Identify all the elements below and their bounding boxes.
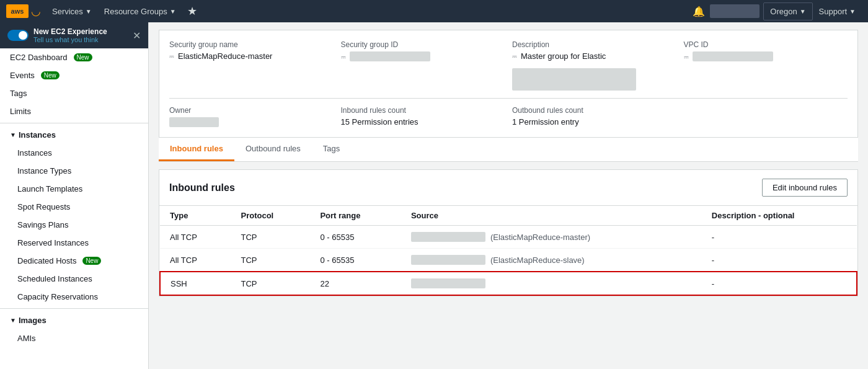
copy-icon-sg-name[interactable]: ⎓ xyxy=(169,51,174,61)
sidebar-item-reserved-instances[interactable]: Reserved Instances xyxy=(0,234,148,252)
services-nav-button[interactable]: Services ▼ xyxy=(46,3,98,20)
security-group-detail-card: Security group name ⎓ ElasticMapReduce-m… xyxy=(159,30,858,138)
sidebar-label-ec2-dashboard: EC2 Dashboard xyxy=(10,53,68,62)
edit-inbound-rules-button[interactable]: Edit inbound rules xyxy=(762,179,848,197)
description-value: ⎓ Master group for Elastic xyxy=(512,51,676,61)
inbound-rules-count-value: 15 Permission entries xyxy=(341,117,505,127)
sidebar-label-amis: AMIs xyxy=(17,334,36,343)
row1-protocol: TCP xyxy=(231,226,311,249)
sidebar-item-ec2-dashboard[interactable]: EC2 Dashboard New xyxy=(0,48,148,66)
table-row: All TCP TCP 0 - 65535 (ElasticMapReduce-… xyxy=(160,249,857,272)
sidebar-label-instances: Instances xyxy=(17,148,52,158)
security-group-name-section: Security group name ⎓ ElasticMapReduce-m… xyxy=(169,40,334,91)
copy-icon-vpc-id[interactable]: ⎓ xyxy=(684,52,689,61)
pin-icon[interactable]: ★ xyxy=(182,2,202,20)
row1-port-range: 0 - 65535 xyxy=(310,226,401,249)
owner-section: Owner xyxy=(169,106,334,127)
bell-icon[interactable]: 🔔 xyxy=(688,3,710,20)
tab-inbound-rules[interactable]: Inbound rules xyxy=(159,138,234,161)
security-group-name-text: ElasticMapReduce-master xyxy=(178,51,272,61)
region-selector[interactable]: Oregon ▼ xyxy=(763,2,812,20)
sidebar-item-capacity-reservations[interactable]: Capacity Reservations xyxy=(0,288,148,306)
sidebar-item-dedicated-hosts[interactable]: Dedicated Hosts New xyxy=(0,252,148,270)
sidebar-label-savings-plans: Savings Plans xyxy=(17,220,68,229)
sidebar-item-instance-types[interactable]: Instance Types xyxy=(0,162,148,180)
new-badge-ec2-dashboard: New xyxy=(74,53,92,61)
sidebar-label-tags: Tags xyxy=(10,89,27,98)
row2-protocol: TCP xyxy=(231,249,311,272)
col-header-source: Source xyxy=(401,206,702,226)
sidebar-item-tags[interactable]: Tags xyxy=(0,84,148,102)
sidebar-divider-2 xyxy=(0,308,148,309)
new-ec2-label: New EC2 Experience xyxy=(33,27,107,36)
sidebar-section-images-label: Images xyxy=(19,316,46,325)
sidebar-item-spot-requests[interactable]: Spot Requests xyxy=(0,198,148,216)
detail-grid-row1: Security group name ⎓ ElasticMapReduce-m… xyxy=(169,40,848,91)
account-selector[interactable] xyxy=(710,4,760,18)
support-nav-button[interactable]: Support ▼ xyxy=(813,3,862,20)
security-group-name-value: ⎓ ElasticMapReduce-master xyxy=(169,51,334,61)
sidebar-item-launch-templates[interactable]: Launch Templates xyxy=(0,180,148,198)
tab-tags[interactable]: Tags xyxy=(312,138,351,161)
detail-empty-cell xyxy=(684,106,848,127)
row3-port-range: 22 xyxy=(310,272,401,295)
inbound-rules-count-label: Inbound rules count xyxy=(341,106,505,115)
sidebar-label-limits: Limits xyxy=(10,107,31,116)
inbound-rules-count-text: 15 Permission entries xyxy=(341,117,418,127)
sidebar-section-instances-label: Instances xyxy=(19,130,56,140)
outbound-rules-count-section: Outbound rules count 1 Permission entry xyxy=(512,106,676,127)
inbound-rules-table-header: Inbound rules Edit inbound rules xyxy=(159,170,857,206)
sidebar-item-limits[interactable]: Limits xyxy=(0,102,148,120)
sidebar-label-capacity-reservations: Capacity Reservations xyxy=(17,292,98,301)
row1-source-redacted xyxy=(411,232,485,242)
new-ec2-toggle[interactable] xyxy=(7,30,29,41)
images-section-arrow-icon: ▼ xyxy=(10,317,16,324)
vpc-id-value: ⎓ xyxy=(684,51,848,61)
services-arrow-icon: ▼ xyxy=(86,8,92,15)
outbound-rules-count-text: 1 Permission entry xyxy=(512,117,579,127)
sidebar-item-instances[interactable]: Instances xyxy=(0,144,148,162)
security-group-id-section: Security group ID ⎓ xyxy=(341,40,505,91)
vpc-id-section: VPC ID ⎓ xyxy=(684,40,848,91)
outbound-rules-count-label: Outbound rules count xyxy=(512,106,676,115)
inbound-rules-table: Type Protocol Port range Source Descript… xyxy=(159,206,857,296)
tab-outbound-rules[interactable]: Outbound rules xyxy=(234,138,312,161)
new-ec2-sub-link[interactable]: Tell us what you think xyxy=(33,36,107,43)
sidebar-item-amis[interactable]: AMIs xyxy=(0,329,148,347)
aws-logo: aws ◡ xyxy=(6,4,41,18)
resource-groups-nav-button[interactable]: Resource Groups ▼ xyxy=(98,3,182,20)
sidebar-section-images[interactable]: ▼ Images xyxy=(0,311,148,329)
description-text: Master group for Elastic xyxy=(521,51,606,61)
region-arrow-icon: ▼ xyxy=(800,8,806,15)
vpc-id-label: VPC ID xyxy=(684,40,848,49)
row2-source-redacted xyxy=(411,255,485,265)
aws-smile-icon: ◡ xyxy=(31,4,41,18)
copy-icon-sg-id[interactable]: ⎓ xyxy=(341,52,346,61)
sidebar-item-events[interactable]: Events New xyxy=(0,66,148,84)
new-ec2-toggle-area: New EC2 Experience Tell us what you thin… xyxy=(7,27,107,43)
col-header-port-range: Port range xyxy=(310,206,401,226)
sidebar-label-events: Events xyxy=(10,71,35,80)
owner-label: Owner xyxy=(169,106,334,115)
outbound-rules-count-value: 1 Permission entry xyxy=(512,117,676,127)
row1-source-label: (ElasticMapReduce-master) xyxy=(490,233,590,242)
security-group-id-label: Security group ID xyxy=(341,40,505,49)
row1-type: All TCP xyxy=(160,226,231,249)
table-row: All TCP TCP 0 - 65535 (ElasticMapReduce-… xyxy=(160,226,857,249)
col-header-description: Description - optional xyxy=(702,206,857,226)
sidebar-label-launch-templates: Launch Templates xyxy=(17,184,82,193)
sidebar-item-savings-plans[interactable]: Savings Plans xyxy=(0,216,148,234)
tab-inbound-rules-label: Inbound rules xyxy=(170,144,223,153)
sidebar-label-reserved-instances: Reserved Instances xyxy=(17,238,89,247)
security-group-name-label: Security group name xyxy=(169,40,334,49)
row2-port-range: 0 - 65535 xyxy=(310,249,401,272)
sidebar-section-instances[interactable]: ▼ Instances xyxy=(0,126,148,144)
col-header-type: Type xyxy=(160,206,231,226)
copy-icon-description[interactable]: ⎓ xyxy=(512,51,517,61)
sidebar-item-scheduled-instances[interactable]: Scheduled Instances xyxy=(0,270,148,288)
sidebar-close-button[interactable]: ✕ xyxy=(133,30,141,42)
support-label: Support xyxy=(819,7,848,16)
owner-value xyxy=(169,117,334,127)
row3-source xyxy=(401,272,702,295)
owner-redacted xyxy=(169,117,219,127)
